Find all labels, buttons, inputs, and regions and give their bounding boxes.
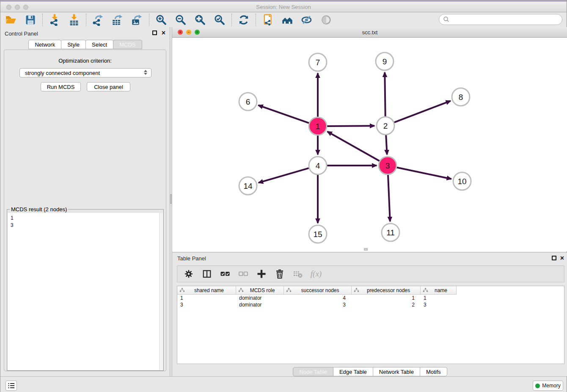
node-table: shared name MCDS role successor nodes pr… (177, 286, 564, 364)
status-bar: Memory (0, 376, 567, 392)
import-table-icon[interactable] (68, 14, 80, 26)
column-header-predecessor-nodes[interactable]: predecessor nodes (352, 286, 421, 295)
mcds-result-textarea[interactable]: 13 (8, 213, 163, 370)
node-4[interactable]: 4 (309, 157, 327, 174)
canvas-resize-handle[interactable] (364, 248, 368, 251)
memory-button[interactable]: Memory (533, 381, 563, 391)
node-3[interactable]: 3 (379, 157, 396, 174)
node-15[interactable]: 15 (309, 225, 327, 243)
table-panel: Table Panel × f(x) shared name MCDS role… (172, 252, 567, 376)
node-11[interactable]: 11 (382, 224, 399, 241)
table-settings-icon[interactable] (183, 268, 194, 279)
tab-style[interactable]: Style (61, 40, 86, 49)
table-row[interactable]: 1dominator411 (177, 295, 564, 301)
edge-3-1[interactable] (328, 132, 380, 161)
import-network-icon[interactable] (48, 14, 61, 26)
column-header-shared-name[interactable]: shared name (177, 286, 236, 295)
add-row-icon[interactable] (256, 268, 267, 279)
select-all-icon[interactable] (220, 268, 231, 279)
result-scrollbar[interactable] (159, 213, 163, 370)
network-title: scc.txt (172, 29, 567, 36)
toolbar-separator (256, 14, 256, 26)
column-header-successor-nodes[interactable]: successor nodes (284, 286, 352, 295)
node-2[interactable]: 2 (377, 117, 394, 135)
criterion-select[interactable]: strongly connected component (19, 68, 151, 77)
hide-graphics-details-icon[interactable] (300, 14, 313, 26)
zoom-selected-icon[interactable] (213, 14, 226, 26)
edge-2-9[interactable] (385, 72, 385, 116)
close-panel-button[interactable]: Close panel (87, 82, 130, 91)
attribute-icon (354, 287, 359, 293)
table-panel-close-icon[interactable]: × (560, 256, 564, 260)
export-network-icon[interactable] (92, 14, 105, 26)
export-image-icon[interactable] (131, 14, 143, 26)
edge-3-11[interactable] (388, 175, 390, 221)
control-panel-float-icon[interactable] (152, 30, 157, 35)
node-label: 15 (313, 230, 322, 239)
node-1[interactable]: 1 (309, 117, 327, 135)
tab-network-table[interactable]: Network Table (373, 367, 420, 376)
show-graphics-details-icon[interactable] (320, 14, 333, 26)
network-view-window: × − + scc.txt 1 2 3 4 6 7 8 9 10 11 14 1… (172, 27, 567, 251)
edge-1-2[interactable] (327, 126, 374, 126)
zoom-in-icon[interactable] (155, 14, 168, 26)
network-canvas[interactable]: 1 2 3 4 6 7 8 9 10 11 14 15 (172, 38, 567, 251)
node-14[interactable]: 14 (239, 177, 257, 195)
edge-1-6[interactable] (259, 105, 309, 123)
node-6[interactable]: 6 (239, 93, 257, 110)
control-panel: Control Panel × NetworkStyleSelectMCDS O… (0, 27, 170, 376)
node-9[interactable]: 9 (376, 52, 394, 70)
search-box[interactable] (439, 14, 562, 25)
tab-motifs[interactable]: Motifs (420, 367, 447, 376)
toolbar-separator (86, 14, 86, 26)
mcds-tab-panel: Optimization criterion: strongly connect… (4, 50, 166, 371)
tab-node-table[interactable]: Node Table (293, 367, 333, 376)
result-line: 3 (11, 222, 163, 229)
table-row[interactable]: 3dominator323 (177, 301, 564, 308)
toolbar-group (48, 14, 80, 26)
chevron-updown-icon (144, 70, 147, 75)
control-panel-close-icon[interactable]: × (162, 30, 165, 35)
attribute-icon (179, 287, 185, 293)
tab-network[interactable]: Network (28, 40, 61, 49)
clone-network-icon[interactable] (261, 14, 274, 26)
splitter-handle[interactable] (170, 194, 172, 204)
toolbar-group (237, 14, 250, 26)
column-header-name[interactable]: name (421, 286, 457, 295)
search-input[interactable] (450, 15, 562, 24)
edge-2-8[interactable] (394, 101, 451, 122)
delete-row-icon[interactable] (274, 268, 285, 279)
memory-label: Memory (542, 383, 560, 389)
open-file-icon[interactable] (5, 14, 17, 26)
save-session-icon[interactable] (24, 14, 37, 26)
mcds-result-lines: 13 (8, 213, 163, 229)
refresh-view-icon[interactable] (237, 14, 250, 26)
edge-4-14[interactable] (259, 168, 309, 183)
mcds-result-groupbox: MCDS result (2 nodes) 13 (7, 209, 164, 371)
zoom-out-icon[interactable] (174, 14, 187, 26)
node-8[interactable]: 8 (452, 88, 470, 106)
tab-edge-table[interactable]: Edge Table (333, 367, 373, 376)
node-label: 10 (457, 177, 466, 186)
table-panel-float-icon[interactable] (552, 256, 556, 260)
toolbar-group (5, 14, 37, 26)
export-table-icon[interactable] (111, 14, 124, 26)
network-graph: 1 2 3 4 6 7 8 9 10 11 14 15 (172, 38, 567, 251)
column-header-MCDS-role[interactable]: MCDS role (236, 286, 284, 295)
edge-3-10[interactable] (397, 168, 451, 179)
run-mcds-button[interactable]: Run MCDS (41, 82, 81, 91)
tab-mcds[interactable]: MCDS (113, 40, 142, 49)
node-7[interactable]: 7 (309, 53, 327, 71)
mcds-result-title: MCDS result (2 nodes) (10, 206, 68, 213)
table-panel-title: Table Panel (177, 255, 206, 262)
node-label: 6 (246, 97, 250, 106)
unselect-all-icon[interactable] (238, 268, 249, 279)
result-line: 1 (11, 215, 163, 222)
zoom-fit-icon[interactable] (194, 14, 206, 26)
home-icon[interactable] (281, 14, 294, 26)
split-view-icon[interactable] (201, 268, 212, 279)
node-10[interactable]: 10 (453, 172, 471, 190)
edge-2-3[interactable] (386, 135, 387, 155)
show-panels-button[interactable] (6, 381, 17, 391)
tab-select[interactable]: Select (85, 40, 113, 49)
